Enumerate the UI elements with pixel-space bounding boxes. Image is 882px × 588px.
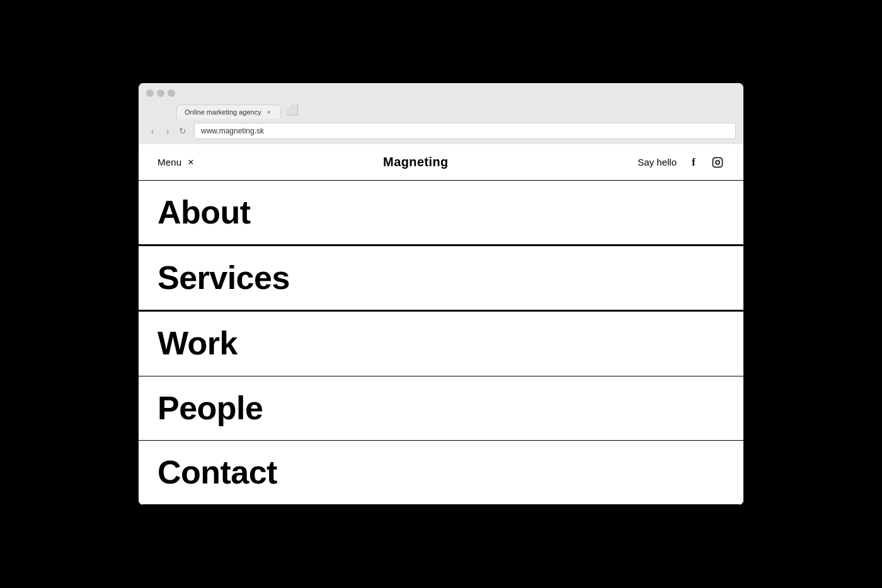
menu-item-services-label: Services <box>158 259 290 296</box>
menu-item-people[interactable]: People <box>139 376 743 441</box>
say-hello-link[interactable]: Say hello <box>638 157 677 167</box>
back-button[interactable]: ‹ <box>146 125 159 137</box>
menu-item-contact-label: Contact <box>158 454 277 490</box>
dot-yellow <box>157 89 164 97</box>
instagram-icon[interactable] <box>711 155 724 169</box>
address-bar-input[interactable] <box>194 123 736 139</box>
menu-label[interactable]: Menu <box>158 157 181 167</box>
svg-point-1 <box>716 161 719 164</box>
dot-green <box>168 89 175 97</box>
menu-item-people-label: People <box>158 390 263 426</box>
new-tab-button[interactable]: ⬜ <box>281 101 304 119</box>
website-content: Menu × Magneting Say hello f About <box>139 144 743 505</box>
browser-tab-active[interactable]: Online marketing agency × <box>176 105 281 119</box>
browser-dots <box>146 89 175 97</box>
menu-item-work-label: Work <box>158 325 238 361</box>
menu-item-work[interactable]: Work <box>139 312 743 376</box>
browser-tab-bar: Online marketing agency × ⬜ <box>139 97 743 119</box>
svg-point-2 <box>719 159 721 161</box>
close-icon[interactable]: × <box>188 157 193 168</box>
browser-nav-buttons: ‹ › ↻ <box>146 125 189 137</box>
menu-item-services[interactable]: Services <box>139 246 743 312</box>
facebook-icon[interactable]: f <box>687 155 701 169</box>
browser-titlebar <box>139 83 743 97</box>
menu-items-list: About Services Work People Contact <box>139 181 743 505</box>
site-logo[interactable]: Magneting <box>383 155 449 169</box>
refresh-button[interactable]: ↻ <box>176 125 189 137</box>
nav-right: Say hello f <box>638 155 724 169</box>
forward-button[interactable]: › <box>161 125 174 137</box>
browser-window: Online marketing agency × ⬜ ‹ › ↻ Menu ×… <box>139 83 743 505</box>
site-navigation: Menu × Magneting Say hello f <box>139 144 743 181</box>
nav-left: Menu × <box>158 157 193 168</box>
menu-item-about[interactable]: About <box>139 181 743 246</box>
menu-item-contact[interactable]: Contact <box>139 441 743 505</box>
tab-close-button[interactable]: × <box>265 108 273 116</box>
tab-title: Online marketing agency <box>185 108 261 116</box>
menu-item-about-label: About <box>158 194 251 230</box>
browser-addressbar: ‹ › ↻ <box>139 119 743 144</box>
dot-red <box>146 89 154 97</box>
browser-chrome: Online marketing agency × ⬜ ‹ › ↻ <box>139 83 743 144</box>
svg-rect-0 <box>713 157 723 167</box>
